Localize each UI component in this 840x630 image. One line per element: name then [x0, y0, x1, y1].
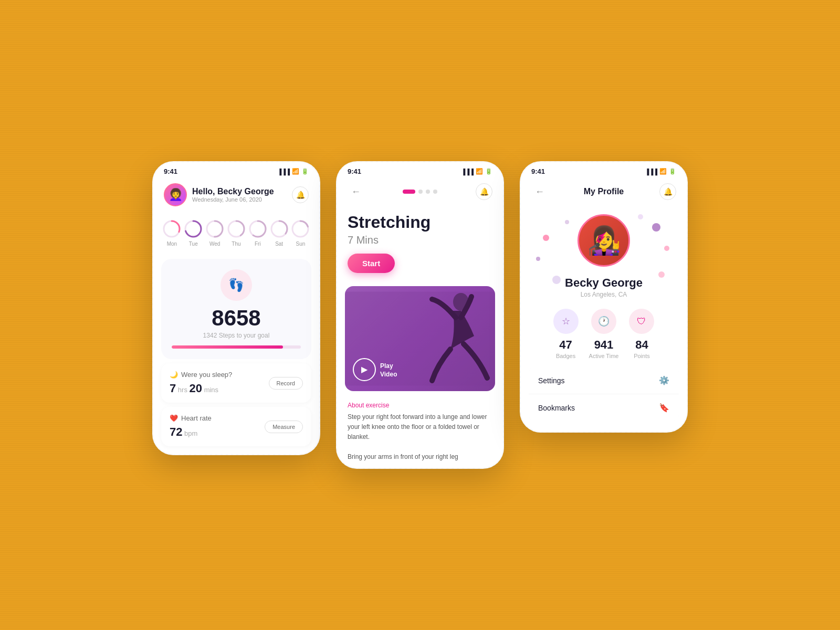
- star-icon: ☆: [562, 316, 570, 327]
- status-bar-3: 9:41 ▐▐▐ 📶 🔋: [521, 162, 687, 178]
- day-ring-sun: [291, 219, 310, 238]
- s1-header: 👩‍🦱 Hello, Becky George Wednesday, June …: [153, 178, 319, 214]
- footprint-icon: 👣: [220, 269, 252, 301]
- svg-point-20: [664, 246, 669, 251]
- date-text: Wednesday, June 06, 2020: [192, 196, 274, 203]
- svg-point-18: [552, 276, 561, 284]
- about-section: About exercise Step your right foot forw…: [337, 396, 503, 468]
- dot-4: [433, 190, 437, 194]
- record-button[interactable]: Record: [269, 377, 303, 390]
- step-goal: 1342 Steps to your goal: [172, 332, 301, 339]
- play-label: PlayVideo: [380, 362, 397, 379]
- step-section: 👣 8658 1342 Steps to your goal: [161, 259, 311, 359]
- dot-active: [403, 190, 415, 194]
- moon-icon: 🌙: [170, 371, 178, 379]
- exercise-duration: 7 Mins: [348, 234, 492, 246]
- dot-3: [426, 190, 430, 194]
- sleep-card: 🌙 Were you sleep? 7 hrs 20 mins Record: [161, 363, 311, 403]
- active-time-label: Active Time: [589, 353, 619, 359]
- bookmarks-bookmark-icon: 🔖: [659, 403, 669, 413]
- svg-point-23: [638, 214, 643, 219]
- svg-point-21: [658, 271, 665, 278]
- shield-icon: 🛡: [637, 316, 646, 327]
- wifi-icon-2: 📶: [476, 168, 483, 175]
- menu-list: Settings ⚙️ Bookmarks 🔖: [529, 367, 679, 421]
- greeting-text: Hello, Becky George: [192, 187, 274, 196]
- day-label-fri: Fri: [255, 241, 261, 247]
- back-button[interactable]: ←: [348, 183, 364, 200]
- status-time-2: 9:41: [348, 167, 361, 175]
- day-sun[interactable]: Sun: [291, 219, 310, 247]
- profile-avatar: 👩‍🎤: [578, 214, 630, 267]
- day-label-sat: Sat: [275, 241, 283, 247]
- play-area[interactable]: ▶ PlayVideo: [353, 358, 397, 383]
- exercise-content: Stretching 7 Mins Start: [337, 208, 503, 280]
- avatar-emoji: 👩‍🦱: [169, 188, 183, 202]
- heart-value: 72 bpm: [170, 425, 212, 439]
- screens-container: 9:41 ▐▐▐ 📶 🔋 👩‍🦱 Hello, Becky George Wed…: [152, 161, 688, 468]
- day-thu[interactable]: Thu: [227, 219, 246, 247]
- badges-label: Badges: [556, 353, 575, 359]
- notification-bell-2[interactable]: 🔔: [476, 183, 492, 200]
- phone-screen1: 9:41 ▐▐▐ 📶 🔋 👩‍🦱 Hello, Becky George Wed…: [152, 161, 320, 455]
- bookmarks-menu-item[interactable]: Bookmarks 🔖: [529, 394, 679, 421]
- measure-button[interactable]: Measure: [265, 421, 303, 433]
- notification-bell-3[interactable]: 🔔: [659, 183, 676, 200]
- status-time-1: 9:41: [164, 167, 177, 175]
- back-button-3[interactable]: ←: [531, 183, 548, 200]
- day-label-sun: Sun: [296, 241, 306, 247]
- phone-screen2: 9:41 ▐▐▐ 📶 🔋 ← 🔔 St: [336, 161, 504, 468]
- day-mon[interactable]: Mon: [162, 219, 181, 247]
- dot-2: [418, 190, 423, 194]
- heart-icon: ❤️: [170, 414, 178, 422]
- phone-screen3: 9:41 ▐▐▐ 📶 🔋 ← My Profile 🔔: [520, 161, 688, 433]
- day-label-tue: Tue: [189, 241, 198, 247]
- profile-pic-wrap: 👩‍🎤: [521, 206, 687, 272]
- day-sat[interactable]: Sat: [270, 219, 289, 247]
- stats-row: ☆ 47 Badges 🕐 941 Active Time 🛡: [521, 306, 687, 367]
- avatar: 👩‍🦱: [164, 183, 187, 206]
- badges-icon-circle: ☆: [553, 309, 579, 334]
- points-label: Points: [634, 353, 650, 359]
- sleep-label: 🌙 Were you sleep?: [170, 371, 232, 379]
- active-time-value: 941: [594, 338, 614, 352]
- day-ring-mon: [162, 219, 181, 238]
- day-ring-sat: [270, 219, 289, 238]
- clock-icon: 🕐: [598, 316, 610, 327]
- day-ring-tue: [184, 219, 203, 238]
- day-fri[interactable]: Fri: [248, 219, 267, 247]
- start-button[interactable]: Start: [348, 254, 395, 273]
- wifi-icon-3: 📶: [659, 168, 667, 175]
- about-text: Step your right foot forward into a lung…: [348, 412, 492, 463]
- progress-fill: [172, 345, 283, 349]
- heart-rate-card: ❤️ Heart rate 72 bpm Measure: [161, 407, 311, 446]
- points-value: 84: [635, 338, 648, 352]
- stat-points: 🛡 84 Points: [629, 309, 654, 359]
- video-overlay: ▶ PlayVideo: [345, 286, 495, 391]
- status-icons-2: ▐▐▐ 📶 🔋: [461, 168, 492, 175]
- day-tue[interactable]: Tue: [184, 219, 203, 247]
- svg-point-17: [536, 257, 540, 261]
- notification-bell[interactable]: 🔔: [292, 186, 309, 203]
- settings-gear-icon: ⚙️: [659, 375, 669, 385]
- days-row: Mon Tue: [153, 214, 319, 255]
- day-ring-thu: [227, 219, 246, 238]
- active-time-icon-circle: 🕐: [591, 309, 616, 334]
- settings-label: Settings: [538, 376, 565, 385]
- settings-menu-item[interactable]: Settings ⚙️: [529, 367, 679, 394]
- progress-bar: [172, 345, 301, 349]
- exercise-video: ▶ PlayVideo: [345, 286, 495, 391]
- pagination-dots: [403, 190, 437, 194]
- status-bar-1: 9:41 ▐▐▐ 📶 🔋: [153, 162, 319, 178]
- s3-header: ← My Profile 🔔: [521, 178, 687, 206]
- battery-icon: 🔋: [301, 168, 309, 175]
- step-count: 8658: [172, 307, 301, 329]
- wifi-icon: 📶: [292, 168, 299, 175]
- signal-icon: ▐▐▐: [278, 169, 290, 175]
- signal-icon-3: ▐▐▐: [645, 169, 657, 175]
- day-wed[interactable]: Wed: [205, 219, 224, 247]
- play-button[interactable]: ▶: [353, 358, 376, 381]
- day-ring-fri: [248, 219, 267, 238]
- profile-emoji: 👩‍🎤: [587, 225, 621, 257]
- heart-label: ❤️ Heart rate: [170, 414, 212, 422]
